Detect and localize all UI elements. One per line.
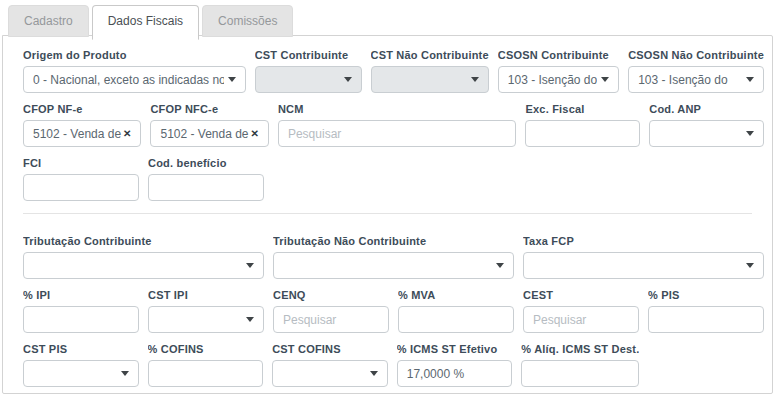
taxa-fcp-select[interactable] [523,252,764,279]
origem-produto-select[interactable]: 0 - Nacional, exceto as indicadas nos [23,66,246,93]
csosn-contribuinte-value: 103 - Isenção do [508,73,597,87]
cst-ipi-label: CST IPI [148,289,264,301]
field-cfop-nfe: CFOP NF-e 5102 - Venda de✕ [23,103,141,147]
form-row-3: FCI Cod. benefício [23,157,764,201]
cofins-input[interactable] [148,360,264,387]
exc-fiscal-input[interactable] [525,120,640,147]
ncm-label: NCM [278,103,517,115]
cenq-input[interactable] [273,306,389,333]
origem-produto-label: Origem do Produto [23,49,246,61]
form-row-1: Origem do Produto 0 - Nacional, exceto a… [23,49,764,93]
form-row-2: CFOP NF-e 5102 - Venda de✕ CFOP NFC-e 51… [23,103,764,147]
field-mva: % MVA [398,289,514,333]
tributacao-nao-contribuinte-select[interactable] [273,252,514,279]
chevron-down-icon [344,77,352,82]
field-cfop-nfce: CFOP NFC-e 5102 - Venda de✕ [150,103,268,147]
tributacao-nao-contribuinte-label: Tributação Não Contribuinte [273,235,514,247]
cest-input[interactable] [523,306,639,333]
fci-input[interactable] [23,174,139,201]
cod-anp-select[interactable] [649,120,764,147]
cst-cofins-label: CST COFINS [272,343,388,355]
icms-st-efetivo-label: % ICMS ST Efetivo [397,343,513,355]
origem-produto-value: 0 - Nacional, exceto as indicadas nos [33,73,224,87]
exc-fiscal-label: Exc. Fiscal [525,103,640,115]
form-row-4: Tributação Contribuinte Tributação Não C… [23,235,764,279]
cfop-nfe-value: 5102 - Venda de [33,127,121,141]
csosn-contribuinte-label: CSOSN Contribuinte [498,49,619,61]
ncm-input[interactable] [278,120,517,147]
tributacao-contribuinte-select[interactable] [23,252,264,279]
chevron-down-icon [370,371,378,376]
chevron-down-icon [746,263,754,268]
field-cst-nao-contribuinte: CST Não Contribuinte [371,49,489,93]
field-ncm: NCM [278,103,517,147]
field-cofins: % COFINS [148,343,264,387]
tributacao-contribuinte-label: Tributação Contribuinte [23,235,264,247]
chevron-down-icon [246,317,254,322]
field-cod-beneficio: Cod. benefício [148,157,264,201]
field-cst-contribuinte: CST Contribuinte [255,49,362,93]
cofins-label: % COFINS [148,343,264,355]
cfop-nfe-input[interactable]: 5102 - Venda de✕ [23,120,141,147]
mva-label: % MVA [398,289,514,301]
field-fci: FCI [23,157,139,201]
csosn-contribuinte-select[interactable]: 103 - Isenção do [498,66,619,93]
field-cod-anp: Cod. ANP [649,103,764,147]
chevron-down-icon [601,77,609,82]
cst-contribuinte-label: CST Contribuinte [255,49,362,61]
chevron-down-icon [246,263,254,268]
field-cst-pis: CST PIS [23,343,139,387]
field-ipi: % IPI [23,289,139,333]
cfop-nfce-label: CFOP NFC-e [150,103,268,115]
ipi-input[interactable] [23,306,139,333]
cfop-nfce-input[interactable]: 5102 - Venda de✕ [150,120,268,147]
chevron-down-icon [471,77,479,82]
cfop-nfce-value: 5102 - Venda de [160,127,248,141]
cst-nao-contribuinte-label: CST Não Contribuinte [371,49,489,61]
taxa-fcp-label: Taxa FCP [523,235,764,247]
cst-ipi-select[interactable] [148,306,264,333]
tab-bar: Cadastro Dados Fiscais Comissões [0,0,775,35]
aliq-icms-st-dest-label: % Alíq. ICMS ST Dest. [521,343,639,355]
tab-cadastro[interactable]: Cadastro [8,5,89,37]
tab-comissoes[interactable]: Comissões [202,5,293,37]
section-divider [23,213,752,214]
cod-anp-label: Cod. ANP [649,103,764,115]
cst-contribuinte-select [255,66,362,93]
csosn-nao-contribuinte-label: CSOSN Não Contribuinte [628,49,764,61]
chevron-down-icon [121,371,129,376]
cest-label: CEST [523,289,639,301]
field-cst-ipi: CST IPI [148,289,264,333]
pis-input[interactable] [648,306,764,333]
field-tributacao-nao-contribuinte: Tributação Não Contribuinte [273,235,514,279]
field-aliq-icms-st-dest: % Alíq. ICMS ST Dest. [521,343,639,387]
icms-st-efetivo-input[interactable] [397,360,513,387]
ipi-label: % IPI [23,289,139,301]
cod-beneficio-label: Cod. benefício [148,157,264,169]
field-origem-produto: Origem do Produto 0 - Nacional, exceto a… [23,49,246,93]
fci-label: FCI [23,157,139,169]
cod-beneficio-input[interactable] [148,174,264,201]
field-cest: CEST [523,289,639,333]
tab-dados-fiscais[interactable]: Dados Fiscais [92,5,199,40]
clear-icon[interactable]: ✕ [251,128,259,139]
field-tributacao-contribuinte: Tributação Contribuinte [23,235,264,279]
field-pis: % PIS [648,289,764,333]
aliq-icms-st-dest-input[interactable] [521,360,639,387]
form-row-6: CST PIS % COFINS CST COFINS % ICMS ST Ef… [23,343,764,387]
cst-cofins-select[interactable] [272,360,388,387]
field-csosn-contribuinte: CSOSN Contribuinte 103 - Isenção do [498,49,619,93]
mva-input[interactable] [398,306,514,333]
chevron-down-icon [746,131,754,136]
field-exc-fiscal: Exc. Fiscal [525,103,640,147]
dados-fiscais-page: Cadastro Dados Fiscais Comissões Origem … [0,0,775,404]
field-cst-cofins: CST COFINS [272,343,388,387]
csosn-nao-contribuinte-select[interactable]: 103 - Isenção do [628,66,764,93]
field-icms-st-efetivo: % ICMS ST Efetivo [397,343,513,387]
chevron-down-icon [746,77,754,82]
chevron-down-icon [228,77,236,82]
clear-icon[interactable]: ✕ [123,128,131,139]
cfop-nfe-label: CFOP NF-e [23,103,141,115]
cst-pis-label: CST PIS [23,343,139,355]
cst-pis-select[interactable] [23,360,139,387]
